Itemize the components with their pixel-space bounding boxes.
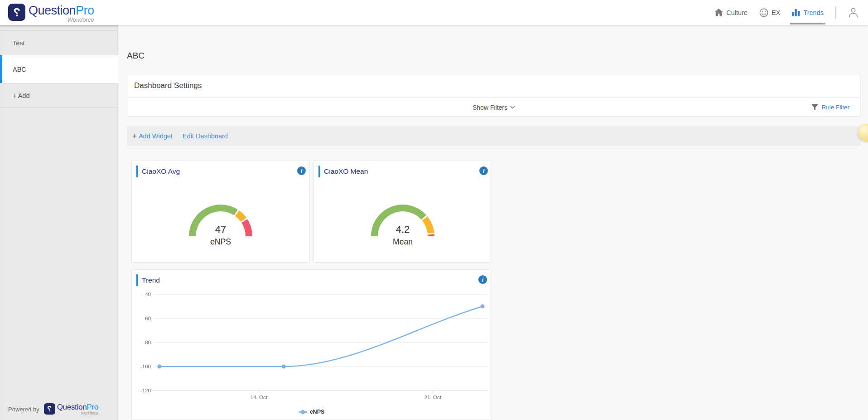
edit-dashboard-button[interactable]: Edit Dashboard — [183, 132, 228, 140]
widget-ciaoxo-avg: CiaoXO Avg i 47 eNPS — [131, 161, 310, 263]
nav-trends-underline — [790, 23, 825, 24]
widget-title: CiaoXO Mean — [324, 167, 368, 176]
brand-subtitle: Workforce — [29, 16, 94, 23]
series-line-eNPS — [159, 307, 482, 367]
sidebar-items: Test ABC + Add — [0, 30, 118, 108]
y-axis-label: -40 — [143, 292, 151, 297]
legend-series-label: eNPS — [310, 409, 325, 415]
dashboard-settings-title: Dashboard Settings — [134, 81, 202, 90]
smiley-icon — [759, 8, 768, 17]
widget-toolbar: + Add Widget Edit Dashboard — [127, 126, 861, 146]
top-nav: Culture EX Trends — [714, 0, 859, 25]
footer-brand-logo[interactable]: ? QuestionPro Workforce — [44, 403, 98, 415]
home-icon — [714, 9, 723, 16]
widget-accent-bar — [318, 166, 320, 177]
data-point[interactable] — [157, 365, 161, 369]
questionpro-logo-icon-small: ? — [44, 403, 55, 415]
sidebar-item-add[interactable]: + Add — [0, 83, 118, 108]
person-icon — [848, 7, 859, 18]
main-content: ABC Dashboard Settings Show Filters Rule… — [118, 25, 868, 420]
gauge-metric-label: Mean — [369, 237, 437, 247]
plus-icon: + — [132, 132, 137, 140]
chart-legend-item-enps[interactable]: eNPS — [132, 409, 492, 415]
y-axis-label: -100 — [140, 364, 151, 369]
gauge-metric-label: eNPS — [187, 237, 255, 247]
powered-by-label: Powered by — [8, 406, 39, 413]
widget-title: CiaoXO Avg — [142, 167, 180, 176]
sidebar-item-test[interactable]: Test — [0, 30, 118, 55]
y-axis-label: -120 — [140, 388, 151, 393]
sidebar-item-abc[interactable]: ABC — [0, 55, 118, 83]
data-point[interactable] — [282, 365, 286, 369]
nav-culture[interactable]: Culture — [714, 0, 747, 25]
show-filters-toggle[interactable]: Show Filters — [473, 98, 515, 117]
app-header: ? QuestionPro Workforce Culture — [0, 0, 868, 25]
trend-chart-canvas[interactable]: -40-60-80-100-12014. Oct21. Oct — [132, 270, 492, 406]
page-title: ABC — [127, 51, 145, 61]
user-avatar[interactable] — [848, 7, 859, 18]
filters-row: Show Filters Rule Filter — [127, 98, 860, 117]
nav-ex-label: EX — [772, 9, 780, 16]
x-axis-label: 21. Oct — [424, 395, 442, 400]
gauge-segment-amber-zone — [237, 213, 243, 220]
dashboard-settings-panel: Dashboard Settings Show Filters Rule Fil… — [127, 74, 861, 117]
info-icon[interactable]: i — [297, 166, 306, 175]
info-icon[interactable]: i — [479, 166, 488, 175]
screen: ? QuestionPro Workforce Culture — [0, 0, 868, 420]
rule-filter-button[interactable]: Rule Filter — [811, 98, 849, 117]
questionpro-logo-icon: ? — [8, 4, 25, 21]
brand-name: QuestionPro — [29, 4, 94, 17]
widget-trend: Trend i -40-60-80-100-12014. Oct21. Oct … — [131, 269, 492, 420]
nav-trends[interactable]: Trends — [792, 0, 824, 25]
funnel-icon — [811, 104, 818, 111]
add-widget-button[interactable]: + Add Widget — [132, 132, 173, 140]
nav-culture-label: Culture — [726, 9, 747, 16]
y-axis-label: -60 — [143, 316, 151, 321]
nav-divider — [835, 6, 836, 19]
sidebar: Test ABC + Add Powered by ? QuestionPro … — [0, 25, 118, 420]
y-axis-label: -80 — [143, 340, 151, 345]
nav-trends-label: Trends — [803, 9, 824, 16]
widget-ciaoxo-mean: CiaoXO Mean i 4.2 Mean — [313, 161, 492, 263]
x-axis-label: 14. Oct — [251, 395, 268, 400]
bar-chart-icon — [792, 9, 800, 16]
brand-logo[interactable]: ? QuestionPro Workforce — [8, 4, 94, 23]
gauge-value: 47 — [187, 224, 255, 235]
chevron-down-icon — [510, 106, 515, 109]
widget-accent-bar — [136, 166, 138, 177]
data-point[interactable] — [481, 304, 485, 308]
nav-ex[interactable]: EX — [759, 0, 780, 25]
gauge-value: 4.2 — [369, 224, 437, 235]
sidebar-footer: Powered by ? QuestionPro Workforce — [8, 403, 98, 415]
legend-series-marker — [299, 410, 307, 414]
